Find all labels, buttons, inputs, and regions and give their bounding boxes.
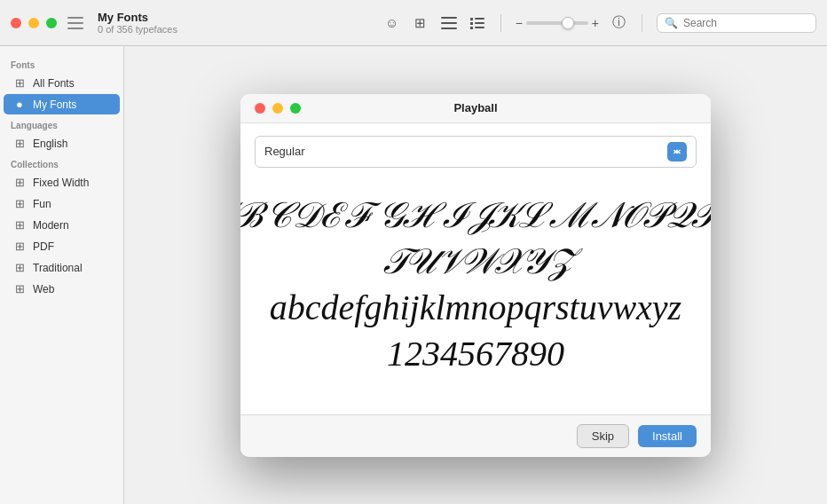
svg-rect-0 — [441, 17, 457, 19]
web-icon: ⊞ — [12, 282, 27, 295]
sidebar-item-fixed-width[interactable]: ⊞ Fixed Width — [4, 172, 120, 193]
compact-icon[interactable] — [440, 14, 458, 32]
english-icon: ⊞ — [12, 137, 27, 150]
font-variant-label: Regular — [264, 145, 305, 158]
modal-maximize-button[interactable] — [290, 103, 301, 114]
modern-icon: ⊞ — [12, 218, 27, 232]
sidebar-item-web[interactable]: ⊞ Web — [4, 279, 120, 299]
skip-button[interactable]: Skip — [577, 424, 629, 448]
title-section: My Fonts 0 of 356 typefaces — [98, 11, 177, 35]
collections-section-label: Collections — [0, 154, 123, 171]
sidebar-item-fun[interactable]: ⊞ Fun — [4, 193, 120, 214]
preview-uppercase-1: 𝒜ℬ𝒞𝒟ℰℱ𝒢ℋℐ𝒥𝒦ℒℳ𝒩𝒪𝒫𝒬ℛ𝒮 — [240, 194, 711, 237]
search-input[interactable] — [683, 17, 816, 29]
sidebar-item-pdf[interactable]: ⊞ PDF — [4, 236, 120, 256]
preview-icon[interactable]: ☺ — [383, 14, 401, 32]
my-fonts-label: My Fonts — [33, 98, 76, 111]
pdf-icon: ⊞ — [12, 240, 27, 253]
svg-rect-8 — [475, 27, 484, 28]
all-fonts-icon: ⊞ — [12, 76, 27, 90]
sidebar: Fonts ⊞ All Fonts ● My Fonts Languages ⊞… — [0, 46, 124, 504]
toolbar: ☺ ⊞ − + ⓘ 🔍 — [383, 13, 816, 33]
window-controls[interactable] — [11, 18, 57, 28]
window-subtitle: 0 of 356 typefaces — [98, 24, 177, 35]
font-variant-arrow-icon[interactable] — [667, 142, 687, 161]
sidebar-item-traditional[interactable]: ⊞ Traditional — [4, 257, 120, 278]
svg-rect-2 — [441, 28, 457, 29]
svg-rect-4 — [475, 18, 484, 20]
my-fonts-icon: ● — [12, 98, 27, 111]
toolbar-divider-2 — [642, 14, 642, 32]
pdf-label: PDF — [33, 240, 54, 253]
modal-minimize-button[interactable] — [272, 103, 283, 114]
main-area: Fonts ⊞ All Fonts ● My Fonts Languages ⊞… — [0, 46, 827, 504]
fun-label: Fun — [33, 198, 51, 210]
modal-body: Regular 𝒜ℬ𝒞𝒟ℰℱ𝒢ℋℐ𝒥𝒦ℒℳ𝒩𝒪𝒫𝒬ℛ𝒮 𝒯𝒰𝒱𝒲𝒳𝒴𝒵 abcd… — [240, 123, 711, 414]
sidebar-item-english[interactable]: ⊞ English — [4, 133, 120, 154]
modal-title: Playball — [453, 101, 497, 114]
fixed-width-label: Fixed Width — [33, 177, 89, 189]
minimize-button[interactable] — [28, 18, 39, 28]
slider-track[interactable] — [526, 21, 588, 25]
preview-numbers: 1234567890 — [387, 333, 564, 375]
preview-uppercase-2: 𝒯𝒰𝒱𝒲𝒳𝒴𝒵 — [382, 240, 570, 283]
close-button[interactable] — [11, 18, 21, 28]
modal-overlay: Playball Regular 𝒜ℬ𝒞𝒟ℰℱ𝒢ℋℐ𝒥𝒦ℒℳ𝒩𝒪𝒫𝒬ℛ𝒮 𝒯𝒰𝒱… — [124, 46, 827, 504]
modal-footer: Skip Install — [240, 414, 711, 457]
fixed-width-icon: ⊞ — [12, 176, 27, 189]
font-preview-modal: Playball Regular 𝒜ℬ𝒞𝒟ℰℱ𝒢ℋℐ𝒥𝒦ℒℳ𝒩𝒪𝒫𝒬ℛ𝒮 𝒯𝒰𝒱… — [240, 94, 711, 457]
info-icon[interactable]: ⓘ — [610, 14, 627, 32]
size-slider[interactable]: − + — [516, 16, 599, 30]
svg-rect-3 — [470, 18, 473, 20]
sidebar-item-all-fonts[interactable]: ⊞ All Fonts — [4, 73, 120, 93]
web-label: Web — [33, 283, 54, 295]
slider-thumb[interactable] — [562, 17, 574, 29]
english-label: English — [33, 138, 67, 150]
sidebar-item-modern[interactable]: ⊞ Modern — [4, 215, 120, 235]
svg-rect-1 — [441, 22, 457, 24]
grid-icon[interactable]: ⊞ — [412, 14, 429, 32]
fonts-section-label: Fonts — [0, 55, 123, 72]
size-decrease-icon[interactable]: − — [516, 16, 523, 30]
languages-section-label: Languages — [0, 115, 123, 132]
traditional-icon: ⊞ — [12, 261, 27, 274]
traditional-label: Traditional — [33, 262, 83, 274]
search-icon: 🔍 — [665, 17, 678, 29]
svg-rect-6 — [475, 22, 484, 24]
font-preview-area: 𝒜ℬ𝒞𝒟ℰℱ𝒢ℋℐ𝒥𝒦ℒℳ𝒩𝒪𝒫𝒬ℛ𝒮 𝒯𝒰𝒱𝒲𝒳𝒴𝒵 abcdefghijkl… — [255, 185, 697, 402]
title-bar: My Fonts 0 of 356 typefaces ☺ ⊞ − + ⓘ 🔍 — [0, 0, 827, 46]
preview-lowercase: abcdefghijklmnopqrstuvwxyz — [270, 287, 681, 329]
all-fonts-label: All Fonts — [33, 77, 75, 90]
modern-label: Modern — [33, 219, 69, 232]
svg-rect-5 — [470, 22, 473, 25]
modal-controls[interactable] — [255, 103, 301, 114]
modal-titlebar: Playball — [240, 94, 711, 123]
modal-close-button[interactable] — [255, 103, 265, 114]
toolbar-divider — [500, 14, 501, 32]
list-icon[interactable] — [469, 14, 486, 32]
window-title: My Fonts — [98, 11, 177, 24]
search-box[interactable]: 🔍 — [657, 13, 816, 33]
sidebar-item-my-fonts[interactable]: ● My Fonts — [4, 94, 120, 114]
sidebar-toggle[interactable] — [67, 17, 83, 29]
maximize-button[interactable] — [46, 18, 57, 28]
fun-icon: ⊞ — [12, 197, 27, 210]
font-variant-selector[interactable]: Regular — [255, 136, 697, 168]
size-increase-icon[interactable]: + — [592, 16, 599, 30]
install-button[interactable]: Install — [638, 425, 697, 447]
svg-rect-7 — [470, 27, 473, 29]
content-area: Playball Regular 𝒜ℬ𝒞𝒟ℰℱ𝒢ℋℐ𝒥𝒦ℒℳ𝒩𝒪𝒫𝒬ℛ𝒮 𝒯𝒰𝒱… — [124, 46, 827, 504]
